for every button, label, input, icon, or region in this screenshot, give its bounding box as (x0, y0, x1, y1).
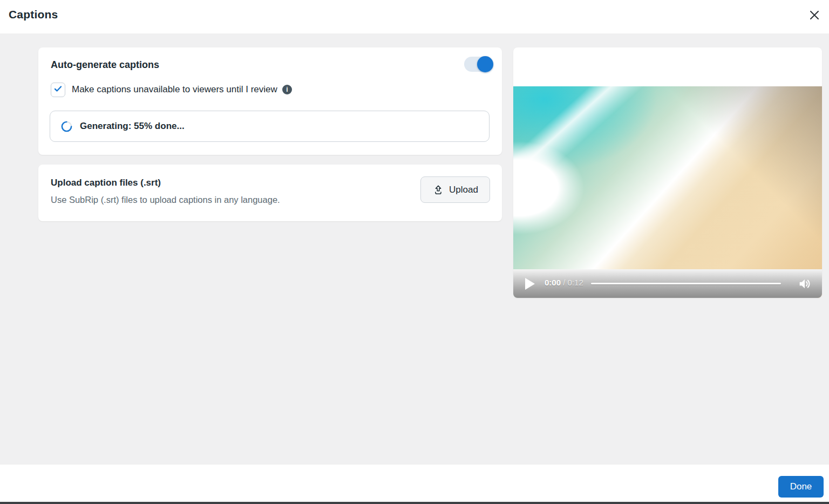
auto-generate-title: Auto-generate captions (51, 59, 159, 71)
captions-dialog: Captions Auto-generate captions Make (0, 0, 829, 504)
review-checkbox-label: Make captions unavailable to viewers unt… (72, 84, 277, 95)
generation-progress-box: Generating: 55% done... (50, 111, 490, 142)
current-time: 0:00 (545, 278, 561, 287)
generation-progress-text: Generating: 55% done... (80, 121, 185, 132)
video-preview[interactable] (513, 86, 822, 298)
done-button[interactable]: Done (778, 476, 824, 498)
dialog-footer: Done (0, 465, 829, 502)
auto-generate-card: Auto-generate captions Make captions una… (38, 47, 502, 155)
window-bottom-edge (0, 502, 829, 504)
info-icon[interactable]: i (282, 85, 292, 94)
dialog-header: Captions (0, 0, 829, 33)
video-controls-bar: 0:00 / 0:12 (513, 269, 822, 298)
checkmark-icon (53, 84, 63, 96)
close-icon (808, 9, 820, 23)
play-button[interactable] (524, 277, 536, 290)
review-checkbox[interactable] (51, 83, 65, 97)
upload-description: Use SubRip (.srt) files to upload captio… (51, 195, 280, 205)
upload-button[interactable]: Upload (420, 176, 490, 203)
review-checkbox-row: Make captions unavailable to viewers unt… (51, 82, 292, 97)
upload-button-label: Upload (449, 185, 478, 195)
upload-icon (432, 184, 444, 196)
toggle-knob (477, 56, 493, 72)
volume-button[interactable] (797, 276, 812, 291)
video-preview-card: 0:00 / 0:12 (513, 47, 822, 298)
close-button[interactable] (807, 9, 821, 23)
play-icon (524, 284, 536, 292)
upload-captions-card: Upload caption files (.srt) Use SubRip (… (38, 165, 502, 221)
page-title: Captions (9, 8, 58, 21)
upload-title: Upload caption files (.srt) (51, 178, 161, 188)
auto-generate-toggle[interactable] (464, 57, 492, 72)
spinner-icon (60, 120, 73, 133)
seek-bar[interactable] (591, 283, 781, 284)
duration: 0:12 (568, 278, 583, 287)
time-display: 0:00 / 0:12 (545, 278, 583, 287)
volume-icon (797, 285, 812, 293)
time-separator: / (563, 278, 565, 287)
